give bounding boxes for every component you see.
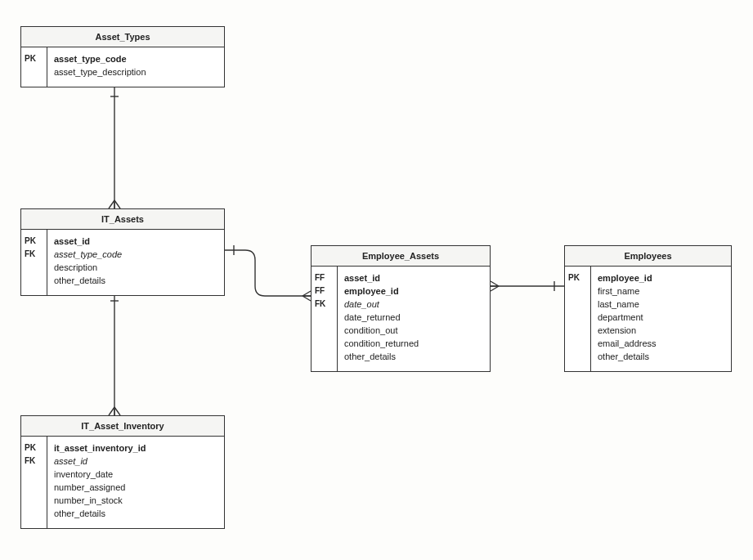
entity-asset-types: Asset_Types PK asset_type_code asset_typ… bbox=[20, 26, 225, 87]
field-column: employee_id first_name last_name departm… bbox=[591, 267, 731, 371]
key-label: FK bbox=[25, 455, 43, 468]
key-label: FK bbox=[315, 298, 334, 311]
key-label: PK bbox=[25, 52, 43, 65]
svg-line-2 bbox=[109, 200, 114, 208]
key-column: PK FK bbox=[21, 437, 47, 528]
key-column: FF FF FK bbox=[312, 267, 338, 371]
field: it_asset_inventory_id bbox=[54, 441, 217, 455]
svg-line-17 bbox=[491, 286, 499, 291]
field: description bbox=[54, 261, 217, 274]
key-column: PK bbox=[565, 267, 591, 371]
field: other_details bbox=[344, 350, 483, 363]
field: employee_id bbox=[598, 271, 724, 284]
field-column: asset_type_code asset_type_description bbox=[47, 47, 224, 87]
svg-line-11 bbox=[303, 291, 311, 296]
key-label: PK bbox=[568, 271, 587, 284]
field: date_returned bbox=[344, 311, 483, 324]
field: asset_type_code bbox=[54, 248, 217, 261]
field: email_address bbox=[598, 337, 724, 350]
field: other_details bbox=[54, 274, 217, 287]
field-column: asset_id employee_id date_out date_retur… bbox=[338, 267, 490, 371]
entity-employees: Employees PK employee_id first_name last… bbox=[564, 245, 732, 372]
svg-line-16 bbox=[491, 281, 499, 286]
entity-it-asset-inventory: IT_Asset_Inventory PK FK it_asset_invent… bbox=[20, 415, 225, 529]
field: asset_type_description bbox=[54, 65, 217, 78]
svg-line-3 bbox=[114, 200, 120, 208]
field: inventory_date bbox=[54, 468, 217, 481]
field: number_in_stock bbox=[54, 494, 217, 507]
entity-it-assets: IT_Assets PK FK asset_id asset_type_code… bbox=[20, 208, 225, 296]
entity-title: Asset_Types bbox=[21, 27, 224, 47]
entity-title: Employees bbox=[565, 246, 731, 267]
key-label: FF bbox=[315, 284, 334, 298]
field: condition_out bbox=[344, 324, 483, 337]
field-column: asset_id asset_type_code description oth… bbox=[47, 230, 224, 295]
key-label: PK bbox=[25, 441, 43, 455]
field: asset_id bbox=[54, 235, 217, 248]
svg-line-8 bbox=[114, 407, 120, 415]
svg-line-12 bbox=[303, 296, 311, 301]
field: first_name bbox=[598, 284, 724, 298]
entity-title: IT_Assets bbox=[21, 209, 224, 230]
field-column: it_asset_inventory_id asset_id inventory… bbox=[47, 437, 224, 528]
field: last_name bbox=[598, 298, 724, 311]
entity-title: Employee_Assets bbox=[312, 246, 490, 267]
field: asset_id bbox=[54, 455, 217, 468]
field: employee_id bbox=[344, 284, 483, 298]
svg-line-7 bbox=[109, 407, 114, 415]
entity-title: IT_Asset_Inventory bbox=[21, 416, 224, 437]
field: other_details bbox=[54, 507, 217, 520]
key-label: PK bbox=[25, 235, 43, 248]
field: department bbox=[598, 311, 724, 324]
field: number_assigned bbox=[54, 481, 217, 494]
field: date_out bbox=[344, 298, 483, 311]
key-column: PK bbox=[21, 47, 47, 87]
key-label: FF bbox=[315, 271, 334, 284]
field: asset_id bbox=[344, 271, 483, 284]
field: extension bbox=[598, 324, 724, 337]
field: other_details bbox=[598, 350, 724, 363]
field: condition_returned bbox=[344, 337, 483, 350]
entity-employee-assets: Employee_Assets FF FF FK asset_id employ… bbox=[311, 245, 491, 372]
key-label: FK bbox=[25, 248, 43, 261]
field: asset_type_code bbox=[54, 52, 217, 65]
key-column: PK FK bbox=[21, 230, 47, 295]
